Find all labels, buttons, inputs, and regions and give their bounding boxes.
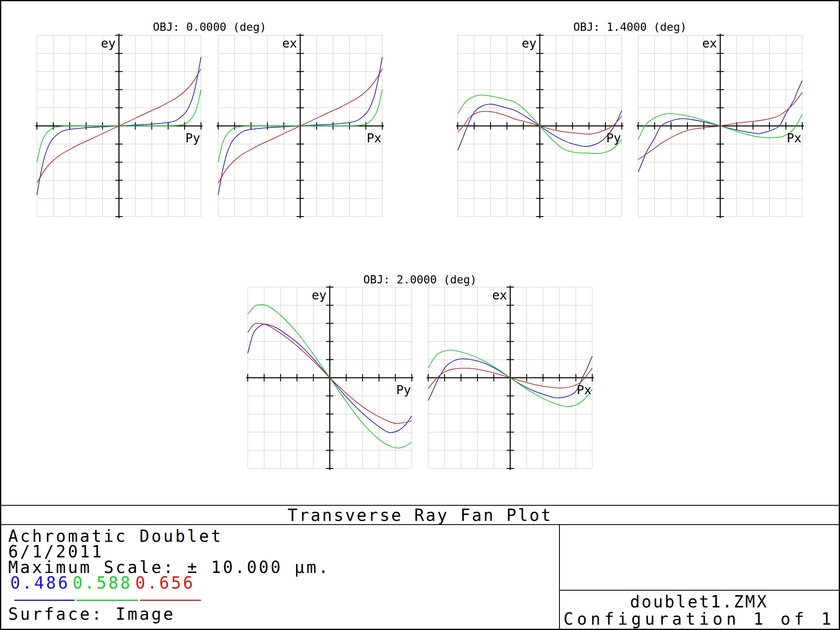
ray-fan-plot-window: OBJ: 0.0000 (deg)OBJ: 1.4000 (deg)OBJ: 2… [0,0,840,630]
window-border [0,0,840,630]
